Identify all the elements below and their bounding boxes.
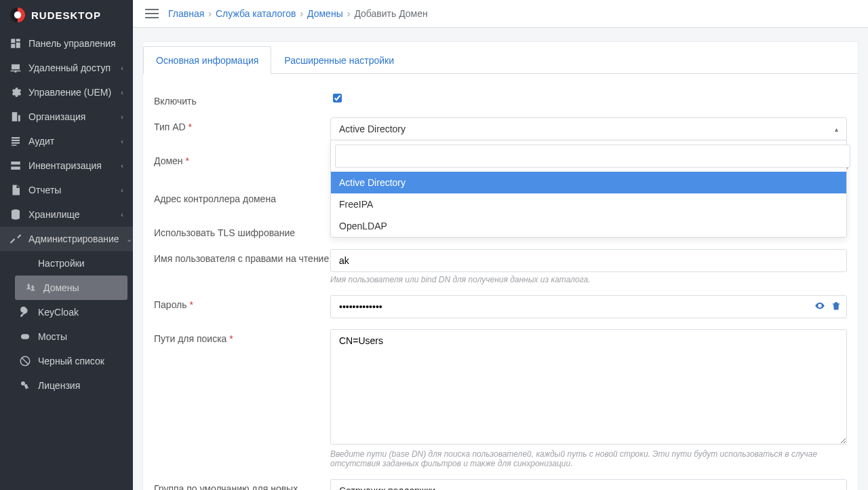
default-group-select[interactable]: Сотрудник поддержки ▾ [330, 479, 847, 490]
chevron-left-icon: ‹ [121, 113, 123, 121]
chevron-left-icon: ‹ [121, 162, 123, 170]
sidebar-item-uem[interactable]: Управление (UEM) ‹ [0, 80, 133, 105]
tabs: Основная информация Расширенные настройк… [143, 42, 858, 74]
sidebar-item-label: Отчеты [28, 185, 61, 195]
chevron-left-icon: ‹ [121, 137, 123, 145]
chevron-down-icon: ⌄ [126, 235, 132, 244]
breadcrumb-home[interactable]: Главная [168, 8, 204, 19]
sidebar-item-label: Настройки [38, 258, 85, 269]
license-icon [19, 379, 31, 392]
search-paths-textarea[interactable] [330, 329, 847, 445]
list-icon [9, 135, 22, 147]
search-paths-label: Пути для поиска * [154, 329, 330, 344]
sidebar-sub-bridges[interactable]: Мосты [9, 324, 133, 349]
tls-label: Использовать TLS шифрование [154, 223, 330, 238]
breadcrumb-domains[interactable]: Домены [307, 8, 343, 19]
read-user-hint: Имя пользователя или bind DN для получен… [330, 275, 847, 284]
sidebar-item-label: Хранилище [28, 209, 80, 220]
enable-label: Включить [154, 92, 330, 107]
sidebar-sub-domains[interactable]: Домены [15, 276, 127, 300]
server-icon [9, 159, 22, 172]
brand-text: RUDESKTOP [31, 10, 101, 21]
sidebar-item-label: Черный список [38, 356, 104, 366]
adtype-value: Active Directory [339, 124, 406, 134]
domain-label: Домен * [154, 151, 330, 166]
svg-point-1 [14, 12, 21, 18]
sidebar-sub-license[interactable]: Лицензия [9, 373, 133, 398]
sidebar-item-label: KeyCloak [38, 307, 79, 318]
trash-icon[interactable] [831, 301, 842, 314]
adtype-option-ad[interactable]: Active Directory [331, 172, 846, 193]
gear-icon [9, 86, 22, 98]
sidebar-item-label: Лицензия [38, 380, 80, 391]
sidebar-item-label: Удаленный доступ [28, 62, 111, 73]
default-group-label: Группа по умолчанию для новых пользовате… [154, 479, 330, 490]
sidebar-item-inventory[interactable]: Инвентаризация ‹ [0, 153, 133, 178]
chevron-left-icon: ‹ [121, 210, 123, 219]
sidebar-item-reports[interactable]: Отчеты ‹ [0, 178, 133, 202]
sidebar-item-dashboard[interactable]: Панель управления [0, 31, 133, 56]
sliders-icon [19, 257, 31, 269]
eye-icon[interactable] [814, 301, 825, 314]
sidebar-item-org[interactable]: Организация ‹ [0, 105, 133, 129]
sidebar-item-label: Управление (UEM) [28, 87, 111, 98]
file-icon [9, 184, 22, 196]
adtype-dropdown: Active Directory FreeIPA OpenLDAP [330, 140, 847, 238]
form-card: Основная информация Расширенные настройк… [142, 41, 859, 490]
breadcrumb: Главная › Служба каталогов › Домены › До… [168, 8, 428, 19]
forest-icon [24, 282, 37, 294]
sidebar-item-audit[interactable]: Аудит ‹ [0, 129, 133, 153]
read-user-input[interactable] [330, 249, 847, 272]
sidebar-item-storage[interactable]: Хранилище ‹ [0, 202, 133, 227]
adtype-search-input[interactable] [335, 145, 850, 168]
read-user-label: Имя пользователя с правами на чтение [154, 249, 330, 264]
sidebar-item-admin[interactable]: Администрирование ⌄ [0, 227, 133, 251]
topbar: Главная › Служба каталогов › Домены › До… [133, 0, 868, 28]
sidebar-item-label: Организация [28, 111, 85, 122]
brand: RUDESKTOP [0, 0, 133, 31]
adtype-option-openldap[interactable]: OpenLDAP [331, 215, 846, 237]
ban-icon [19, 355, 31, 367]
sidebar-item-remote[interactable]: Удаленный доступ ‹ [0, 56, 133, 80]
default-group-value: Сотрудник поддержки [339, 485, 435, 490]
sidebar-item-label: Домены [43, 282, 79, 293]
key-icon [19, 306, 31, 318]
chevron-left-icon: ‹ [121, 64, 123, 72]
password-label: Пароль * [154, 295, 330, 310]
sidebar-sub-keycloak[interactable]: KeyCloak [9, 300, 133, 324]
chevron-left-icon: ‹ [121, 186, 123, 194]
adtype-label: Тип AD * [154, 117, 330, 132]
sidebar-item-label: Панель управления [28, 38, 116, 49]
sidebar-item-label: Администрирование [28, 233, 119, 244]
sidebar: RUDESKTOP Панель управления Удаленный до… [0, 0, 133, 490]
sidebar-sub-blacklist[interactable]: Черный список [9, 349, 133, 373]
adtype-select[interactable]: Active Directory ▴ [330, 117, 847, 140]
caret-down-icon: ▾ [835, 487, 838, 491]
password-input[interactable] [330, 295, 847, 318]
link-icon [19, 331, 31, 343]
brand-logo-icon [9, 7, 26, 23]
sidebar-item-label: Мосты [38, 331, 67, 342]
tab-main[interactable]: Основная информация [143, 46, 271, 74]
adtype-option-freeipa[interactable]: FreeIPA [331, 193, 846, 215]
caret-up-icon: ▴ [835, 126, 838, 133]
controller-label: Адрес контроллера домена [154, 189, 330, 204]
breadcrumb-current: Добавить Домен [354, 8, 427, 19]
sidebar-item-label: Аудит [28, 136, 54, 147]
tab-advanced[interactable]: Расширенные настройки [271, 46, 407, 74]
sidebar-sub-settings[interactable]: Настройки [9, 251, 133, 276]
building-icon [9, 111, 22, 123]
menu-toggle-icon[interactable] [145, 9, 159, 18]
search-paths-hint: Введите пути (base DN) для поиска пользо… [330, 449, 847, 468]
enable-checkbox[interactable] [333, 94, 342, 102]
chevron-left-icon: ‹ [121, 88, 123, 96]
tools-icon [9, 233, 22, 245]
remote-icon [9, 62, 22, 74]
database-icon [9, 208, 22, 221]
dashboard-icon [9, 37, 22, 50]
breadcrumb-catalog[interactable]: Служба каталогов [216, 8, 296, 19]
sidebar-item-label: Инвентаризация [28, 160, 102, 171]
sidebar-admin-submenu: Настройки Домены KeyCloak Мосты Черный с… [0, 251, 133, 398]
